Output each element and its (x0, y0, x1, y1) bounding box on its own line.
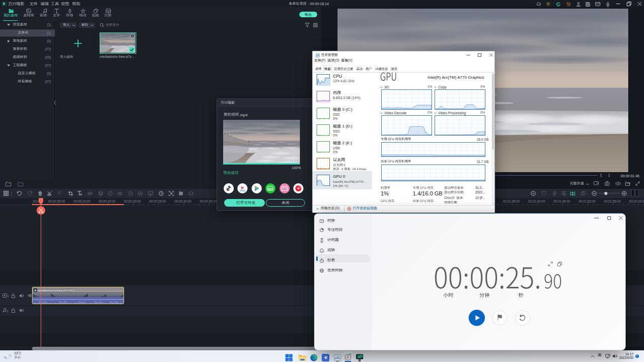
svg-text:1: 1 (8, 294, 9, 298)
svg-text:YOUKU: YOUKU (239, 190, 246, 192)
svg-text:QIY: QIY (268, 187, 273, 190)
svg-text:1: 1 (7, 310, 9, 313)
